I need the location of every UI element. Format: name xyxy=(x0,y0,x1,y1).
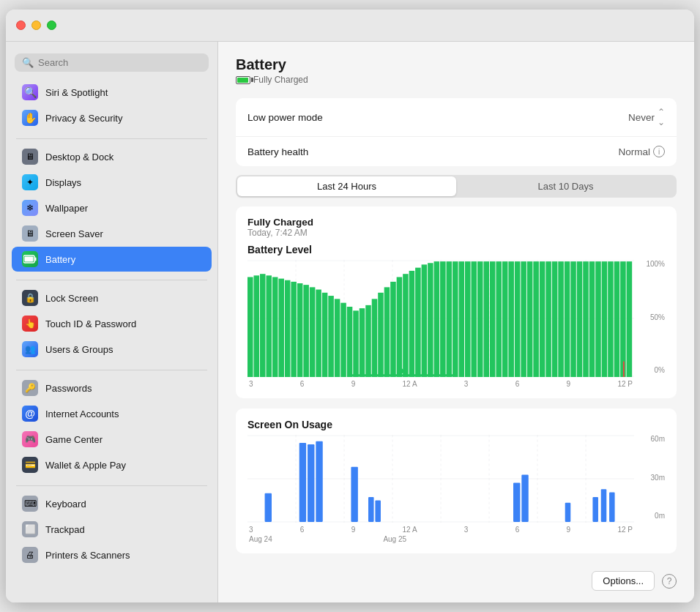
y-label-0: 0% xyxy=(655,366,665,374)
x-label-6p: 6 xyxy=(515,380,520,388)
charge-status-title: Fully Charged xyxy=(247,217,665,228)
svg-rect-62 xyxy=(552,261,558,377)
sidebar-label-passwords: Passwords xyxy=(45,383,92,394)
search-icon: 🔍 xyxy=(22,57,34,68)
sidebar-item-printers[interactable]: 🖨 Printers & Scanners xyxy=(12,542,212,567)
svg-rect-96 xyxy=(521,475,528,522)
svg-rect-67 xyxy=(583,261,589,377)
touchid-icon: 👆 xyxy=(22,316,38,332)
displays-icon: ✦ xyxy=(22,174,38,190)
svg-rect-69 xyxy=(595,261,601,377)
bottom-bar: Options... ? xyxy=(236,564,677,594)
sidebar-label-screensaver: Screen Saver xyxy=(45,228,103,239)
maximize-button[interactable] xyxy=(47,20,56,30)
charge-status: Fully Charged Today, 7:42 AM xyxy=(247,217,665,238)
sidebar-label-displays: Displays xyxy=(45,177,81,188)
x-label-3p: 3 xyxy=(464,380,469,388)
sidebar-item-lockscreen[interactable]: 🔒 Lock Screen xyxy=(12,286,212,310)
svg-rect-93 xyxy=(368,497,374,522)
svg-rect-48 xyxy=(465,261,471,377)
ux-label-3a: 3 xyxy=(249,526,253,534)
sidebar-divider-3 xyxy=(16,370,207,370)
battery-health-value-container: Normal i xyxy=(618,146,665,157)
sidebar-item-passwords[interactable]: 🔑 Passwords xyxy=(12,376,212,400)
search-input[interactable] xyxy=(38,57,201,68)
main-content: 🔍 🔍 Siri & Spotlight ✋ Privacy & Securit… xyxy=(6,42,694,602)
sidebar-item-trackpad[interactable]: ⬜ Trackpad xyxy=(12,517,212,542)
sidebar: 🔍 🔍 Siri & Spotlight ✋ Privacy & Securit… xyxy=(6,42,218,602)
sidebar-item-battery[interactable]: Battery xyxy=(12,247,212,272)
battery-level-title: Battery Level xyxy=(247,244,665,255)
passwords-icon: 🔑 xyxy=(22,380,38,396)
sidebar-label-siri: Siri & Spotlight xyxy=(45,87,108,98)
svg-rect-36 xyxy=(390,282,396,377)
svg-rect-2 xyxy=(25,257,34,262)
help-button[interactable]: ? xyxy=(662,574,677,589)
close-button[interactable] xyxy=(16,20,26,30)
svg-rect-22 xyxy=(303,285,309,377)
minimize-button[interactable] xyxy=(31,20,41,30)
svg-rect-71 xyxy=(608,261,614,377)
x-label-12a: 12 A xyxy=(403,380,417,388)
ux-label-3p: 3 xyxy=(464,526,469,534)
sidebar-item-users[interactable]: 👥 Users & Groups xyxy=(12,337,212,362)
svg-rect-17 xyxy=(272,277,278,377)
ux-label-9p: 9 xyxy=(567,526,571,534)
low-power-value-container[interactable]: Never ⌃⌄ xyxy=(628,107,665,127)
svg-rect-44 xyxy=(440,261,446,377)
battery-level-svg xyxy=(247,260,634,377)
sidebar-item-siri[interactable]: 🔍 Siri & Spotlight xyxy=(12,80,212,105)
svg-rect-14 xyxy=(253,275,259,377)
system-preferences-window: 🔍 🔍 Siri & Spotlight ✋ Privacy & Securit… xyxy=(6,10,694,602)
tab-10d[interactable]: Last 10 Days xyxy=(456,176,675,196)
desktop-icon: 🖥 xyxy=(22,149,38,165)
sidebar-item-touchid[interactable]: 👆 Touch ID & Password xyxy=(12,311,212,336)
sidebar-item-displays[interactable]: ✦ Displays xyxy=(12,170,212,195)
svg-rect-56 xyxy=(515,261,521,377)
keyboard-icon: ⌨ xyxy=(22,496,38,512)
sidebar-label-wallet: Wallet & Apple Pay xyxy=(45,460,126,471)
users-icon: 👥 xyxy=(22,341,38,357)
svg-rect-32 xyxy=(365,305,371,377)
tab-24h[interactable]: Last 24 Hours xyxy=(237,176,456,196)
date-aug25: Aug 25 xyxy=(383,535,406,543)
y-label-50: 50% xyxy=(650,313,665,321)
svg-rect-1 xyxy=(35,258,37,261)
sidebar-label-keyboard: Keyboard xyxy=(45,499,86,510)
svg-rect-97 xyxy=(565,503,571,522)
sidebar-group-3: 🔒 Lock Screen 👆 Touch ID & Password 👥 Us… xyxy=(6,285,217,362)
svg-rect-98 xyxy=(592,497,598,522)
search-box[interactable]: 🔍 xyxy=(15,53,209,72)
charge-status-time: Today, 7:42 AM xyxy=(247,228,665,238)
svg-rect-73 xyxy=(620,261,626,377)
sidebar-item-keyboard[interactable]: ⌨ Keyboard xyxy=(12,491,212,516)
sidebar-item-wallet[interactable]: 💳 Wallet & Apple Pay xyxy=(12,452,212,477)
svg-rect-40 xyxy=(415,268,421,377)
sidebar-item-wallpaper[interactable]: ❄ Wallpaper xyxy=(12,195,212,220)
options-button[interactable]: Options... xyxy=(592,571,655,591)
ux-label-9a: 9 xyxy=(351,526,356,534)
battery-status-icon xyxy=(236,76,250,84)
svg-rect-99 xyxy=(601,489,607,522)
sidebar-item-privacy[interactable]: ✋ Privacy & Security xyxy=(12,105,212,130)
battery-health-row: Battery health Normal i xyxy=(236,137,677,166)
svg-rect-65 xyxy=(570,261,576,377)
svg-rect-21 xyxy=(297,283,303,377)
page-subtitle-text: Fully Charged xyxy=(253,75,308,85)
sidebar-item-gamecenter[interactable]: 🎮 Game Center xyxy=(12,427,212,452)
svg-rect-89 xyxy=(299,443,306,522)
svg-rect-60 xyxy=(540,261,546,377)
info-icon[interactable]: i xyxy=(653,146,665,157)
ux-label-12a: 12 A xyxy=(403,526,417,534)
sidebar-item-screensaver[interactable]: 🖥 Screen Saver xyxy=(12,221,212,246)
svg-rect-37 xyxy=(397,277,403,377)
svg-rect-55 xyxy=(508,261,514,377)
usage-y-labels: 60m 30m 0m xyxy=(651,435,665,520)
svg-rect-54 xyxy=(502,261,508,377)
svg-rect-47 xyxy=(459,261,465,377)
sidebar-item-internet[interactable]: @ Internet Accounts xyxy=(12,401,212,426)
y-label-100: 100% xyxy=(646,260,665,268)
search-container: 🔍 xyxy=(6,49,217,79)
sidebar-item-desktop[interactable]: 🖥 Desktop & Dock xyxy=(12,144,212,169)
low-power-value: Never xyxy=(628,112,655,123)
